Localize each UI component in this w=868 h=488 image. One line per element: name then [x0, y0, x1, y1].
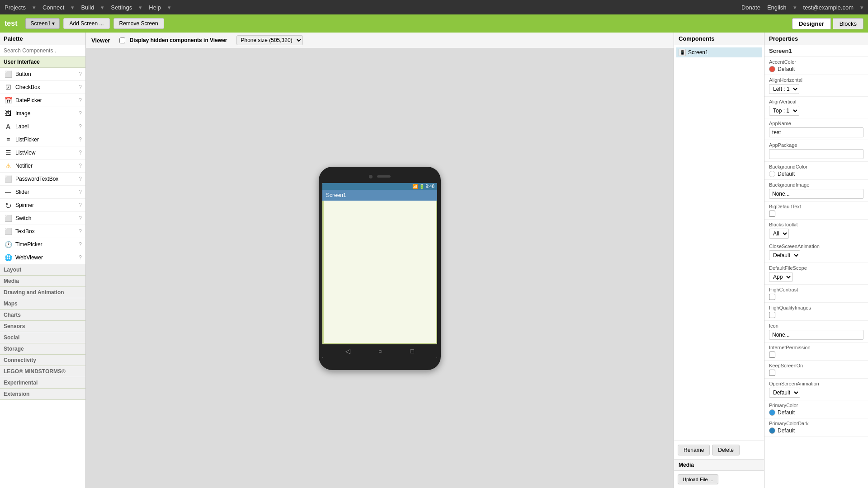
phone-content-area[interactable]: [322, 201, 437, 344]
nav-build[interactable]: Build: [81, 4, 94, 11]
highcontrast-checkbox[interactable]: [769, 294, 775, 300]
component-listview[interactable]: ☰ ListView ?: [0, 146, 85, 160]
component-notifier[interactable]: ⚠ Notifier ?: [0, 160, 85, 173]
webviewer-help-icon[interactable]: ?: [79, 254, 82, 261]
extension-section[interactable]: Extension: [0, 389, 85, 400]
component-button[interactable]: ⬜ Button ?: [0, 68, 85, 81]
timepicker-help-icon[interactable]: ?: [79, 241, 82, 248]
blocks-button[interactable]: Blocks: [833, 18, 863, 29]
timepicker-icon: 🕐: [4, 240, 13, 249]
listpicker-icon: ≡: [4, 135, 13, 144]
closescreenanimation-select[interactable]: Default: [769, 250, 800, 260]
social-section[interactable]: Social: [0, 332, 85, 343]
webviewer-icon: 🌐: [4, 253, 13, 262]
checkbox-help-icon[interactable]: ?: [79, 84, 82, 90]
spinner-help-icon[interactable]: ?: [79, 202, 82, 208]
component-passwordtextbox[interactable]: ⬜ PasswordTextBox ?: [0, 173, 85, 186]
nav-settings[interactable]: Settings: [111, 4, 132, 11]
internetpermission-value: [769, 352, 863, 358]
primarycolor-value[interactable]: Default: [769, 409, 863, 416]
highqualityimages-checkbox[interactable]: [769, 312, 775, 318]
component-listpicker[interactable]: ≡ ListPicker ?: [0, 133, 85, 146]
search-input[interactable]: [0, 45, 85, 56]
alignhorizontal-value: Left : 1: [769, 84, 863, 94]
blockstoolkit-select[interactable]: All: [769, 229, 789, 239]
charts-section[interactable]: Charts: [0, 310, 85, 321]
label-help-icon[interactable]: ?: [79, 123, 82, 130]
switch-help-icon[interactable]: ?: [79, 215, 82, 221]
primarycolordark-value[interactable]: Default: [769, 427, 863, 434]
component-checkbox[interactable]: ☑ CheckBox ?: [0, 81, 85, 94]
apppackage-input[interactable]: [769, 149, 863, 159]
screen-selector[interactable]: Screen1 ▾: [25, 18, 60, 29]
highqualityimages-value: [769, 312, 863, 318]
storage-section[interactable]: Storage: [0, 343, 85, 355]
sensors-section[interactable]: Sensors: [0, 321, 85, 332]
components-header: Components: [674, 33, 764, 45]
rename-button[interactable]: Rename: [678, 445, 710, 455]
nav-help[interactable]: Help: [149, 4, 161, 11]
notifier-help-icon[interactable]: ?: [79, 163, 82, 169]
home-button[interactable]: ○: [378, 347, 382, 355]
experimental-section[interactable]: Experimental: [0, 377, 85, 389]
drawing-section[interactable]: Drawing and Animation: [0, 287, 85, 298]
datepicker-help-icon[interactable]: ?: [79, 97, 82, 103]
nav-projects[interactable]: Projects: [5, 4, 26, 11]
prop-backgroundcolor: BackgroundColor Default: [764, 162, 868, 180]
user-interface-section[interactable]: User Interface: [0, 56, 85, 68]
back-button[interactable]: ◁: [345, 347, 350, 355]
button-help-icon[interactable]: ?: [79, 71, 82, 77]
viewer-title: Viewer: [91, 37, 110, 44]
maps-section[interactable]: Maps: [0, 298, 85, 310]
backgroundcolor-value[interactable]: Default: [769, 171, 863, 177]
recent-button[interactable]: □: [410, 347, 414, 355]
listpicker-help-icon[interactable]: ?: [79, 136, 82, 143]
lego-section[interactable]: LEGO® MINDSTORMS®: [0, 366, 85, 377]
nav-account[interactable]: test@example.com: [803, 4, 854, 11]
slider-help-icon[interactable]: ?: [79, 189, 82, 195]
component-slider[interactable]: — Slider ?: [0, 186, 85, 199]
backgroundimage-input[interactable]: [769, 189, 863, 199]
internetpermission-checkbox[interactable]: [769, 352, 775, 358]
designer-button[interactable]: Designer: [792, 18, 831, 29]
textbox-help-icon[interactable]: ?: [79, 228, 82, 235]
phone-size-select[interactable]: Phone size (505,320): [236, 35, 303, 45]
hidden-components-checkbox[interactable]: [119, 38, 125, 43]
alignvertical-select[interactable]: Top : 1: [769, 106, 799, 116]
screen1-label: Screen1: [688, 49, 708, 56]
openscreenanimation-select[interactable]: Default: [769, 388, 800, 398]
appname-input[interactable]: [769, 127, 863, 137]
prop-accentcolor: AccentColor Default: [764, 57, 868, 75]
listview-help-icon[interactable]: ?: [79, 150, 82, 156]
image-help-icon[interactable]: ?: [79, 110, 82, 117]
icon-input[interactable]: [769, 330, 863, 340]
tree-item-screen1[interactable]: 📱 Screen1: [676, 47, 762, 57]
nav-connect[interactable]: Connect: [42, 4, 64, 11]
nav-language[interactable]: English: [767, 4, 787, 11]
alignhorizontal-select[interactable]: Left : 1: [769, 84, 799, 94]
accentcolor-value[interactable]: Default: [769, 66, 863, 72]
component-textbox[interactable]: ⬜ TextBox ?: [0, 225, 85, 238]
component-spinner[interactable]: ⭮ Spinner ?: [0, 199, 85, 212]
nav-donate[interactable]: Donate: [741, 4, 760, 11]
remove-screen-button[interactable]: Remove Screen: [113, 18, 164, 29]
passwordtextbox-help-icon[interactable]: ?: [79, 176, 82, 182]
keepscreenon-checkbox[interactable]: [769, 370, 775, 376]
blockstoolkit-label: BlocksToolkit: [769, 222, 863, 227]
media-section[interactable]: Media: [0, 276, 85, 287]
delete-button[interactable]: Delete: [712, 445, 740, 455]
listpicker-label: ListPicker: [15, 136, 76, 143]
component-datepicker[interactable]: 📅 DatePicker ?: [0, 94, 85, 107]
component-image[interactable]: 🖼 Image ?: [0, 107, 85, 120]
image-icon: 🖼: [4, 109, 13, 118]
component-timepicker[interactable]: 🕐 TimePicker ?: [0, 238, 85, 251]
component-webviewer[interactable]: 🌐 WebViewer ?: [0, 251, 85, 264]
component-switch[interactable]: ⬜ Switch ?: [0, 212, 85, 225]
add-screen-button[interactable]: Add Screen ...: [63, 18, 109, 29]
upload-file-button[interactable]: Upload File ...: [678, 474, 718, 484]
component-label[interactable]: A Label ?: [0, 120, 85, 133]
layout-section[interactable]: Layout: [0, 264, 85, 276]
connectivity-section[interactable]: Connectivity: [0, 355, 85, 366]
defaultfilescope-select[interactable]: App: [769, 272, 793, 282]
bigdefaulttext-checkbox[interactable]: [769, 211, 775, 217]
